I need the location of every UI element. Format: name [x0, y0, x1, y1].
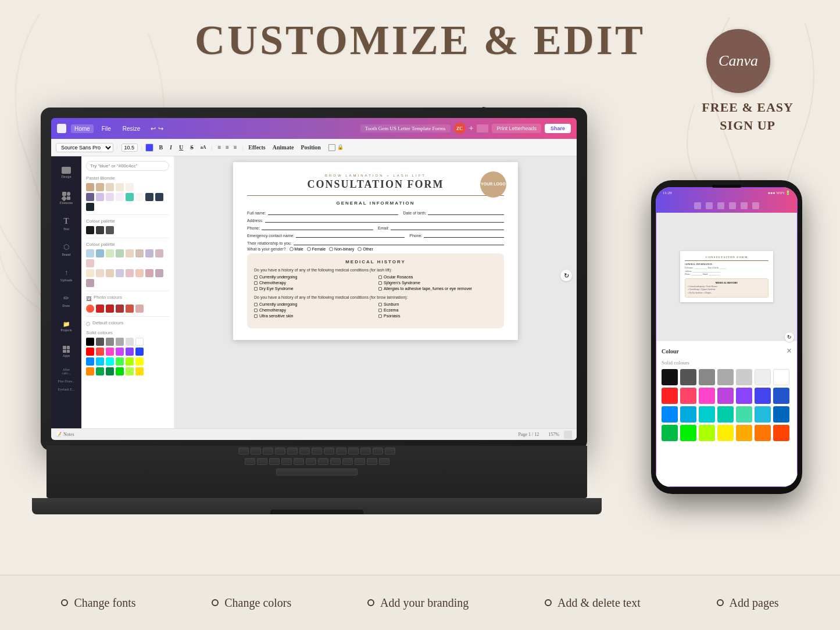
- ph-white[interactable]: [773, 369, 789, 385]
- lock-icon[interactable]: 🔒: [337, 144, 344, 151]
- cp2-peach[interactable]: [126, 249, 134, 257]
- toolbar-file[interactable]: File: [98, 124, 115, 133]
- photo-red2[interactable]: [106, 305, 114, 313]
- ph-gray3[interactable]: [717, 369, 734, 385]
- cp-black[interactable]: [86, 226, 94, 234]
- cb-lash-3[interactable]: [254, 281, 258, 285]
- ph-gray4[interactable]: [736, 369, 752, 385]
- cp2-green2[interactable]: [116, 249, 124, 257]
- ph-redorange[interactable]: [773, 425, 789, 441]
- grid-icon[interactable]: [564, 431, 572, 439]
- phone-tool-2[interactable]: [706, 202, 713, 209]
- cb-brow-1[interactable]: [254, 303, 258, 306]
- cp2-lavender[interactable]: [116, 269, 124, 277]
- cb-lash-6[interactable]: [378, 287, 382, 291]
- phone-tool-5[interactable]: [741, 202, 748, 209]
- cp2-rose[interactable]: [86, 259, 94, 267]
- cp2-mauve[interactable]: [145, 269, 153, 277]
- ph-brightgreen[interactable]: [680, 425, 696, 441]
- cb-lash-1[interactable]: [254, 275, 258, 279]
- solid-green[interactable]: [116, 357, 124, 366]
- cb-brow-2[interactable]: [378, 303, 382, 306]
- gender-nonbinary[interactable]: Non-binary: [329, 247, 354, 251]
- swatch-cream2[interactable]: [126, 183, 134, 191]
- ph-violet[interactable]: [736, 388, 752, 404]
- phone-refresh-icon[interactable]: ↻: [785, 332, 794, 342]
- swatch-white[interactable]: [135, 193, 144, 201]
- size-icon[interactable]: [328, 144, 335, 151]
- swatch-tan2[interactable]: [96, 183, 104, 191]
- sidebar-apps[interactable]: Apps: [55, 340, 78, 363]
- font-size-input[interactable]: [121, 144, 138, 152]
- font-selector[interactable]: Source Sans Pro: [56, 143, 113, 152]
- photo-red3[interactable]: [116, 305, 124, 313]
- cp2-blue[interactable]: [96, 249, 104, 257]
- solid-turq[interactable]: [106, 357, 114, 366]
- ph-red[interactable]: [662, 388, 678, 404]
- font-color-swatch[interactable]: [145, 144, 153, 152]
- solid-purple[interactable]: [116, 348, 124, 356]
- sidebar-extra-3[interactable]: Eyelash E...: [58, 388, 75, 391]
- cp2-cream2[interactable]: [96, 269, 104, 277]
- sidebar-projects[interactable]: 📁 Projects: [55, 314, 78, 338]
- solid-orange[interactable]: [86, 367, 94, 375]
- solid-gold[interactable]: [135, 367, 144, 375]
- ph-purple[interactable]: [717, 388, 734, 404]
- cb-lash-2[interactable]: [378, 275, 382, 279]
- solid-red2[interactable]: [96, 348, 104, 356]
- solid-gray3[interactable]: [116, 338, 124, 346]
- cb-brow-4[interactable]: [378, 309, 382, 312]
- cb-lash-5[interactable]: [254, 287, 258, 291]
- sidebar-uploads[interactable]: ↑ Uploads: [55, 263, 78, 287]
- ph-teal[interactable]: [699, 406, 715, 423]
- gender-female[interactable]: Female: [307, 247, 326, 251]
- cp2-dustyrose[interactable]: [86, 279, 94, 287]
- photo-darkred[interactable]: [96, 305, 104, 313]
- chart-icon[interactable]: [477, 124, 488, 133]
- ph-pink[interactable]: [699, 388, 715, 404]
- share-btn[interactable]: Share: [545, 124, 571, 133]
- cp2-tan[interactable]: [135, 249, 144, 257]
- solid-red[interactable]: [86, 348, 94, 356]
- cp-dark[interactable]: [96, 226, 104, 234]
- cb-brow-3[interactable]: [254, 309, 258, 312]
- ph-cobalt[interactable]: [773, 406, 789, 423]
- color-search-input[interactable]: [86, 161, 169, 171]
- ph-amber[interactable]: [736, 425, 752, 441]
- cp2-purple[interactable]: [145, 249, 153, 257]
- cp2-cream[interactable]: [86, 269, 94, 277]
- align-center-btn[interactable]: ≡: [224, 144, 231, 151]
- refresh-icon[interactable]: ↻: [560, 270, 572, 281]
- solid-pink[interactable]: [106, 348, 114, 356]
- ph-yellow[interactable]: [717, 425, 734, 441]
- photo-red4[interactable]: [126, 305, 134, 313]
- align-right-btn[interactable]: ≡: [232, 144, 239, 151]
- ph-darkblue[interactable]: [773, 388, 789, 404]
- ph-cyan2[interactable]: [755, 406, 771, 423]
- swatch-lilac[interactable]: [116, 193, 124, 201]
- phone-panel-close-btn[interactable]: ×: [787, 346, 792, 356]
- swatch-purple[interactable]: [86, 193, 94, 201]
- canva-menu-icon[interactable]: [57, 124, 66, 133]
- ph-hotpink[interactable]: [680, 388, 696, 404]
- ph-black[interactable]: [662, 369, 678, 385]
- swatch-dark[interactable]: [145, 193, 153, 201]
- cp2-lightblue[interactable]: [86, 249, 94, 257]
- solid-lime[interactable]: [126, 357, 134, 366]
- cb-brow-5[interactable]: [254, 314, 258, 318]
- toolbar-home[interactable]: Home: [71, 124, 94, 133]
- cp2-dustypurple[interactable]: [155, 269, 163, 277]
- position-btn[interactable]: Position: [299, 144, 322, 151]
- redo-icon[interactable]: ↪: [158, 125, 163, 133]
- cp2-green[interactable]: [106, 249, 114, 257]
- photo-pink[interactable]: [135, 305, 144, 313]
- sidebar-elements[interactable]: Elements: [55, 187, 78, 210]
- effects-btn[interactable]: Effects: [246, 144, 267, 151]
- ph-orange[interactable]: [755, 425, 771, 441]
- solid-lime2[interactable]: [126, 367, 134, 375]
- phone-tool-4[interactable]: [729, 202, 736, 209]
- swatch-lavender[interactable]: [96, 193, 104, 201]
- cp2-salmon[interactable]: [135, 269, 144, 277]
- swatch-tan[interactable]: [86, 183, 94, 191]
- photo-red-swatch[interactable]: [86, 305, 94, 313]
